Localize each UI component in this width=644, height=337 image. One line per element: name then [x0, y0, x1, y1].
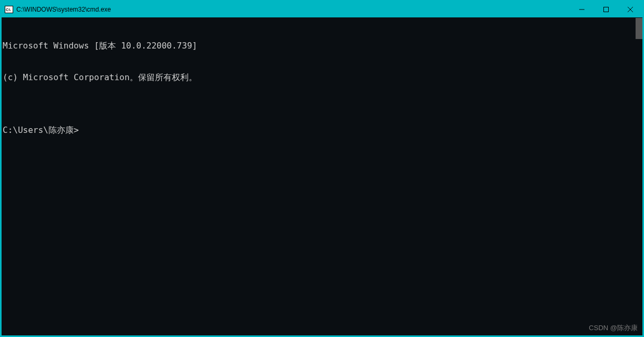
titlebar[interactable]: C:\. C:\WINDOWS\system32\cmd.exe	[2, 2, 642, 17]
terminal-line: (c) Microsoft Corporation。保留所有权利。	[3, 72, 641, 83]
window-title: C:\WINDOWS\system32\cmd.exe	[16, 6, 111, 13]
close-icon	[628, 7, 633, 12]
maximize-button[interactable]	[594, 2, 618, 17]
minimize-button[interactable]	[570, 2, 594, 17]
window-controls	[570, 2, 642, 17]
cmd-icon: C:\.	[5, 6, 13, 13]
svg-rect-1	[604, 7, 609, 12]
close-button[interactable]	[618, 2, 642, 17]
terminal-line: Microsoft Windows [版本 10.0.22000.739]	[3, 41, 641, 51]
minimize-icon	[579, 7, 584, 12]
terminal-output[interactable]: Microsoft Windows [版本 10.0.22000.739] (c…	[2, 17, 642, 335]
cmd-window: C:\. C:\WINDOWS\system32\cmd.exe Microso…	[0, 0, 644, 337]
titlebar-left: C:\. C:\WINDOWS\system32\cmd.exe	[5, 6, 111, 13]
scrollbar-thumb[interactable]	[636, 18, 642, 39]
terminal-prompt: C:\Users\陈亦康>	[3, 125, 641, 136]
watermark: CSDN @陈亦康	[589, 323, 638, 333]
maximize-icon	[603, 7, 609, 12]
